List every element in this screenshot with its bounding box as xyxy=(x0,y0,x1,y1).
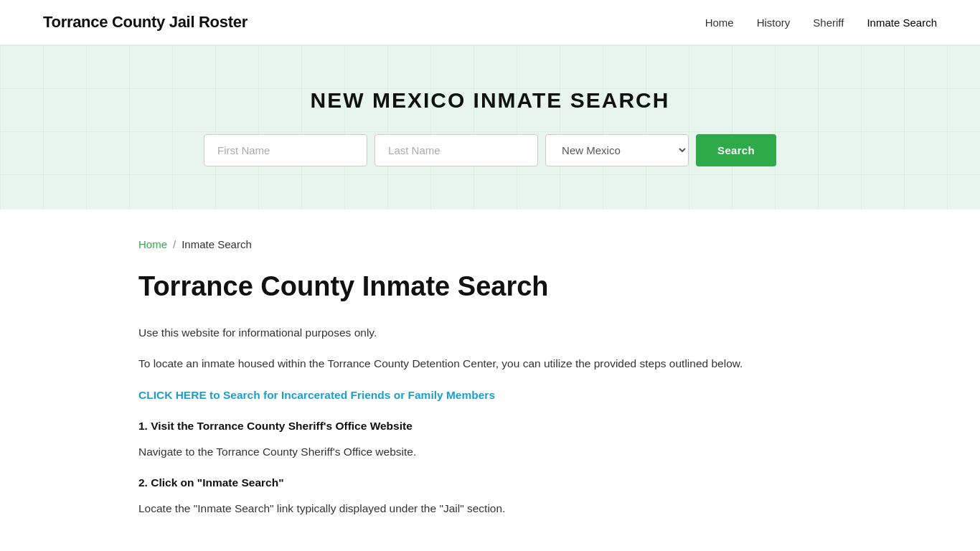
first-name-input[interactable] xyxy=(204,134,367,166)
nav-sheriff[interactable]: Sheriff xyxy=(813,17,844,29)
breadcrumb-current: Inmate Search xyxy=(182,238,252,250)
breadcrumb: Home / Inmate Search xyxy=(138,238,842,250)
state-select[interactable]: New MexicoAlabamaAlaskaArizonaArkansasCa… xyxy=(545,134,689,166)
step1-para: Navigate to the Torrance County Sheriff'… xyxy=(138,443,842,461)
main-content: Home / Inmate Search Torrance County Inm… xyxy=(95,209,885,551)
step2-heading: 2. Click on "Inmate Search" xyxy=(138,474,842,492)
last-name-input[interactable] xyxy=(374,134,538,166)
step2-para: Locate the "Inmate Search" link typicall… xyxy=(138,499,842,518)
nav-home[interactable]: Home xyxy=(705,17,734,29)
hero-title: NEW MEXICO INMATE SEARCH xyxy=(14,88,966,113)
search-button[interactable]: Search xyxy=(696,134,776,166)
intro-para-1: Use this website for informational purpo… xyxy=(138,324,842,342)
nav-inmate-search[interactable]: Inmate Search xyxy=(867,17,937,29)
site-header: Torrance County Jail Roster Home History… xyxy=(0,0,980,45)
page-title: Torrance County Inmate Search xyxy=(138,270,842,303)
search-link[interactable]: CLICK HERE to Search for Incarcerated Fr… xyxy=(138,389,495,401)
content-area: Use this website for informational purpo… xyxy=(138,324,842,518)
hero-section: NEW MEXICO INMATE SEARCH New MexicoAlaba… xyxy=(0,45,980,209)
intro-para-2: To locate an inmate housed within the To… xyxy=(138,354,842,373)
nav-history[interactable]: History xyxy=(757,17,791,29)
breadcrumb-home[interactable]: Home xyxy=(138,238,167,250)
step1-heading: 1. Visit the Torrance County Sheriff's O… xyxy=(138,417,842,435)
search-form: New MexicoAlabamaAlaskaArizonaArkansasCa… xyxy=(14,134,966,166)
breadcrumb-separator: / xyxy=(173,238,176,250)
main-nav: Home History Sheriff Inmate Search xyxy=(705,17,937,29)
site-title: Torrance County Jail Roster xyxy=(43,13,248,32)
